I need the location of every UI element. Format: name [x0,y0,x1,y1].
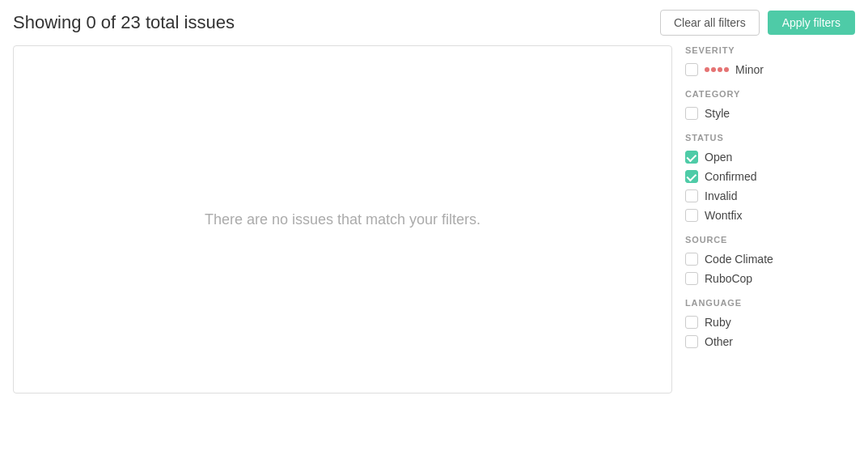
issues-panel: There are no issues that match your filt… [13,45,672,394]
label-other: Other [705,335,733,348]
checkbox-style[interactable] [685,107,698,120]
main-content: There are no issues that match your filt… [13,45,855,394]
checkbox-confirmed[interactable] [685,170,698,183]
clear-filters-button[interactable]: Clear all filters [660,10,760,36]
page-wrapper: Showing 0 of 23 total issues Clear all f… [0,0,868,403]
label-rubocop: RuboCop [705,272,752,285]
language-title: LANGUAGE [685,298,855,308]
filter-section-status: STATUS Open Confirmed Invalid Wontfix [685,133,855,222]
filter-section-source: SOURCE Code Climate RuboCop [685,235,855,285]
status-title: STATUS [685,133,855,143]
checkbox-invalid[interactable] [685,189,698,202]
label-minor: Minor [735,63,764,76]
checkbox-open[interactable] [685,151,698,164]
dot-3 [718,67,722,72]
filters-panel: SEVERITY Minor CATEGORY Sty [685,45,855,394]
top-bar: Showing 0 of 23 total issues Clear all f… [13,10,855,36]
filter-item-invalid[interactable]: Invalid [685,189,855,202]
source-title: SOURCE [685,235,855,245]
filter-item-style[interactable]: Style [685,107,855,120]
checkbox-minor[interactable] [685,63,698,76]
label-open: Open [705,151,732,164]
label-invalid: Invalid [705,189,737,202]
filter-item-wontfix[interactable]: Wontfix [685,209,855,222]
filter-item-ruby[interactable]: Ruby [685,316,855,329]
checkbox-ruby[interactable] [685,316,698,329]
severity-dots [705,67,729,72]
checkbox-rubocop[interactable] [685,272,698,285]
filter-item-minor[interactable]: Minor [685,63,855,76]
label-code-climate: Code Climate [705,253,773,266]
severity-title: SEVERITY [685,45,855,55]
label-wontfix: Wontfix [705,209,742,222]
showing-text: Showing 0 of 23 total issues [13,12,235,33]
filter-item-rubocop[interactable]: RuboCop [685,272,855,285]
filter-section-severity: SEVERITY Minor [685,45,855,76]
apply-filters-button[interactable]: Apply filters [768,11,855,35]
filter-section-language: LANGUAGE Ruby Other [685,298,855,348]
checkbox-other[interactable] [685,335,698,348]
filter-item-confirmed[interactable]: Confirmed [685,170,855,183]
checkbox-code-climate[interactable] [685,253,698,266]
filter-item-open[interactable]: Open [685,151,855,164]
dot-2 [711,67,716,72]
dot-4 [724,67,729,72]
filter-item-other[interactable]: Other [685,335,855,348]
top-bar-actions: Clear all filters Apply filters [660,10,855,36]
filter-section-category: CATEGORY Style [685,89,855,120]
label-confirmed: Confirmed [705,170,757,183]
label-style: Style [705,107,730,120]
empty-message: There are no issues that match your filt… [205,211,481,228]
label-ruby: Ruby [705,316,731,329]
category-title: CATEGORY [685,89,855,99]
dot-1 [705,67,709,72]
checkbox-wontfix[interactable] [685,209,698,222]
filter-item-code-climate[interactable]: Code Climate [685,253,855,266]
